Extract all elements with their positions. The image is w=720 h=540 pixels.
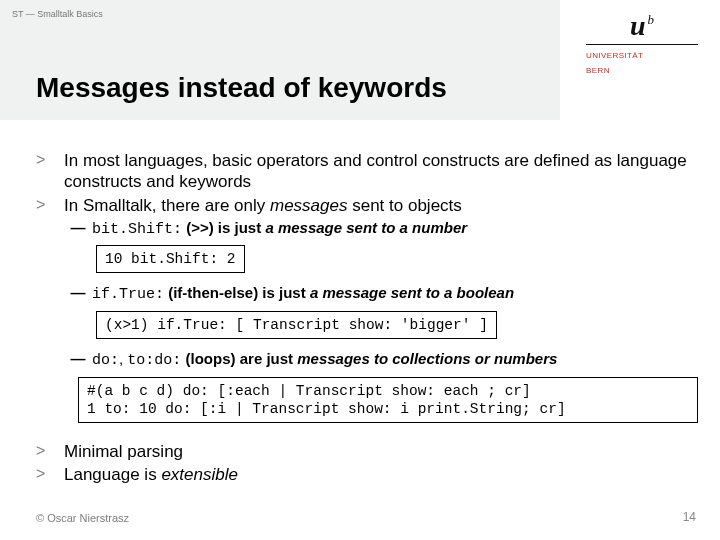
logo-b-glyph: b bbox=[648, 12, 655, 28]
subbullet-2: — if.True: (if-then-else) is just a mess… bbox=[64, 283, 696, 305]
code-inline: if.True: bbox=[92, 286, 164, 303]
content-area: > In most languages, basic operators and… bbox=[36, 150, 696, 487]
codebox-1: 10 bit.Shift: 2 bbox=[96, 245, 245, 273]
university-logo: u b UNIVERSITÄT BERN bbox=[586, 12, 698, 75]
logo-divider bbox=[586, 44, 698, 45]
text-fragment: Language is bbox=[64, 465, 161, 484]
code-inline: bit.Shift: bbox=[92, 221, 182, 238]
codebox-3: #(a b c d) do: [:each | Transcript show:… bbox=[78, 377, 698, 423]
code-inline: do: bbox=[92, 352, 119, 369]
subbullet-2-text: if.True: (if-then-else) is just a messag… bbox=[92, 283, 514, 305]
subbullet-1-text: bit.Shift: (>>) is just a message sent t… bbox=[92, 218, 467, 240]
bullet-2-text: In Smalltalk, there are only messages se… bbox=[64, 195, 462, 216]
text-fragment: (if-then-else) is just bbox=[164, 284, 310, 301]
emphasis: extensible bbox=[161, 465, 238, 484]
text-fragment: (loops) are just bbox=[181, 350, 297, 367]
subbullet-1: — bit.Shift: (>>) is just a message sent… bbox=[64, 218, 696, 240]
footer-copyright: © Oscar Nierstrasz bbox=[36, 512, 129, 524]
code-inline: to:do: bbox=[127, 352, 181, 369]
logo-line2: BERN bbox=[586, 66, 698, 75]
emphasis: messages to collections or numbers bbox=[297, 350, 557, 367]
subbullet-3-text: do:, to:do: (loops) are just messages to… bbox=[92, 349, 557, 371]
emphasis: messages bbox=[270, 196, 347, 215]
logo-line1: UNIVERSITÄT bbox=[586, 51, 698, 60]
chevron-icon: > bbox=[36, 150, 64, 170]
dash-icon: — bbox=[64, 218, 92, 238]
codebox-2: (x>1) if.True: [ Transcript show: 'bigge… bbox=[96, 311, 497, 339]
bullet-4: > Language is extensible bbox=[36, 464, 696, 485]
emphasis: a message sent to a number bbox=[265, 219, 467, 236]
code-line: 1 to: 10 do: [:i | Transcript show: i pr… bbox=[87, 400, 689, 418]
bullet-1: > In most languages, basic operators and… bbox=[36, 150, 696, 193]
bullet-3: > Minimal parsing bbox=[36, 441, 696, 462]
chevron-icon: > bbox=[36, 464, 64, 484]
subbullet-3: — do:, to:do: (loops) are just messages … bbox=[64, 349, 696, 371]
dash-icon: — bbox=[64, 283, 92, 303]
slide-title: Messages instead of keywords bbox=[36, 72, 447, 104]
bullet-1-text: In most languages, basic operators and c… bbox=[64, 150, 696, 193]
logo-mark: u b bbox=[586, 12, 698, 40]
codebox-3-wrap: #(a b c d) do: [:each | Transcript show:… bbox=[78, 377, 696, 423]
codebox-2-wrap: (x>1) if.True: [ Transcript show: 'bigge… bbox=[96, 311, 696, 339]
text-fragment: In Smalltalk, there are only bbox=[64, 196, 270, 215]
chevron-icon: > bbox=[36, 195, 64, 215]
bullet-3-text: Minimal parsing bbox=[64, 441, 183, 462]
dash-icon: — bbox=[64, 349, 92, 369]
footer-page-number: 14 bbox=[683, 510, 696, 524]
text-fragment: sent to objects bbox=[347, 196, 461, 215]
bullet-2: > In Smalltalk, there are only messages … bbox=[36, 195, 696, 216]
codebox-1-wrap: 10 bit.Shift: 2 bbox=[96, 245, 696, 273]
text-fragment: (>>) is just bbox=[182, 219, 265, 236]
logo-u-glyph: u bbox=[630, 12, 646, 40]
emphasis: a message sent to a boolean bbox=[310, 284, 514, 301]
code-line: #(a b c d) do: [:each | Transcript show:… bbox=[87, 382, 689, 400]
chevron-icon: > bbox=[36, 441, 64, 461]
slide: ST — Smalltalk Basics Messages instead o… bbox=[0, 0, 720, 540]
bullet-4-text: Language is extensible bbox=[64, 464, 238, 485]
banner-text: ST — Smalltalk Basics bbox=[12, 9, 103, 19]
